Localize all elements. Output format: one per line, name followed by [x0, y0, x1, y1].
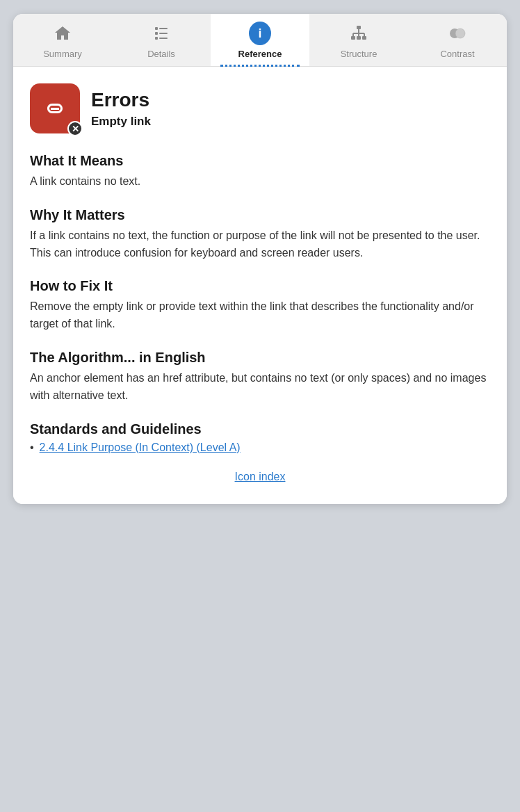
- tab-summary-label: Summary: [43, 49, 82, 59]
- error-main-title: Errors: [91, 88, 151, 112]
- error-header: ✕ Errors Empty link: [30, 83, 490, 133]
- tab-reference-label: Reference: [238, 49, 282, 59]
- tab-contrast[interactable]: Contrast: [408, 14, 507, 66]
- content-area: ✕ Errors Empty link What It Means A link…: [13, 67, 507, 504]
- algorithm-title: The Algorithm... in English: [30, 350, 490, 366]
- error-title: Errors Empty link: [91, 88, 151, 129]
- chain-link-icon: [40, 93, 70, 124]
- section-what-it-means: What It Means A link contains no text.: [30, 153, 490, 190]
- section-algorithm: The Algorithm... in English An anchor el…: [30, 350, 490, 405]
- tab-structure-label: Structure: [341, 49, 377, 59]
- tab-bar: Summary Details i Reference: [13, 14, 507, 67]
- reference-icon-circle: i: [249, 22, 271, 45]
- standards-title: Standards and Guidelines: [30, 421, 490, 437]
- error-subtitle: Empty link: [91, 115, 151, 129]
- svg-rect-0: [155, 27, 158, 30]
- details-icon: [150, 22, 172, 44]
- tab-summary[interactable]: Summary: [13, 14, 112, 66]
- svg-rect-7: [351, 36, 355, 40]
- how-to-fix-title: How to Fix It: [30, 278, 490, 294]
- section-how-to-fix-it: How to Fix It Remove the empty link or p…: [30, 278, 490, 333]
- structure-icon: [348, 22, 370, 44]
- what-it-means-body: A link contains no text.: [30, 173, 490, 190]
- why-it-matters-title: Why It Matters: [30, 207, 490, 223]
- how-to-fix-body: Remove the empty link or provide text wi…: [30, 298, 490, 333]
- main-card: Summary Details i Reference: [13, 14, 507, 504]
- svg-rect-6: [357, 26, 361, 29]
- svg-rect-5: [159, 38, 168, 39]
- standards-list-item: 2.4.4 Link Purpose (In Context) (Level A…: [30, 441, 490, 454]
- svg-rect-4: [155, 37, 158, 40]
- tab-details[interactable]: Details: [112, 14, 211, 66]
- why-it-matters-body: If a link contains no text, the function…: [30, 227, 490, 262]
- svg-point-16: [455, 29, 465, 38]
- reference-icon: i: [249, 22, 271, 44]
- icon-index-link[interactable]: Icon index: [235, 471, 286, 482]
- tab-reference[interactable]: i Reference: [211, 14, 309, 66]
- tab-details-label: Details: [147, 49, 175, 59]
- tab-structure[interactable]: Structure: [309, 14, 408, 66]
- svg-rect-3: [159, 33, 168, 34]
- section-standards: Standards and Guidelines 2.4.4 Link Purp…: [30, 421, 490, 454]
- what-it-means-title: What It Means: [30, 153, 490, 169]
- error-badge: ✕: [67, 121, 83, 136]
- svg-rect-1: [159, 28, 168, 29]
- standards-link[interactable]: 2.4.4 Link Purpose (In Context) (Level A…: [40, 441, 241, 454]
- standards-list: 2.4.4 Link Purpose (In Context) (Level A…: [30, 441, 490, 454]
- svg-rect-8: [357, 36, 361, 40]
- svg-rect-2: [155, 32, 158, 35]
- error-icon-wrap: ✕: [30, 83, 80, 133]
- home-icon: [51, 22, 74, 44]
- icon-index-section: Icon index: [30, 471, 490, 483]
- section-why-it-matters: Why It Matters If a link contains no tex…: [30, 207, 490, 262]
- svg-rect-9: [362, 36, 366, 40]
- tab-contrast-label: Contrast: [440, 49, 474, 59]
- contrast-icon: [446, 22, 469, 44]
- algorithm-body: An anchor element has an href attribute,…: [30, 370, 490, 405]
